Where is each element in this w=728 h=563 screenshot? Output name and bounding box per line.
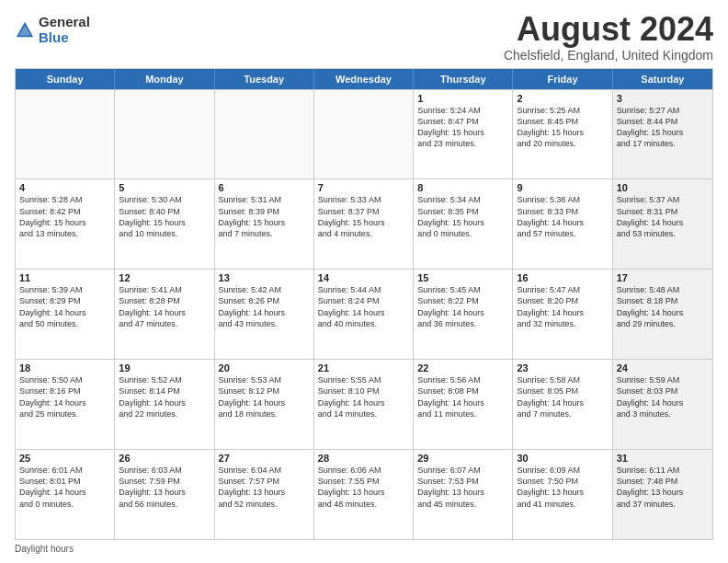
logo-blue: Blue (39, 30, 90, 46)
table-row: 29Sunrise: 6:07 AM Sunset: 7:53 PM Dayli… (414, 450, 513, 539)
day-number: 23 (517, 362, 608, 373)
day-number: 12 (119, 272, 210, 283)
day-number: 27 (219, 453, 310, 464)
day-number: 19 (119, 362, 210, 373)
cell-info: Sunrise: 5:27 AM Sunset: 8:44 PM Dayligh… (617, 106, 684, 148)
day-header-saturday: Saturday (613, 69, 712, 89)
day-number: 24 (617, 362, 709, 373)
cell-info: Sunrise: 5:36 AM Sunset: 8:33 PM Dayligh… (517, 195, 584, 237)
cell-info: Sunrise: 5:55 AM Sunset: 8:10 PM Dayligh… (318, 375, 385, 418)
cell-info: Sunrise: 5:33 AM Sunset: 8:37 PM Dayligh… (318, 195, 385, 237)
month-title: August 2024 (504, 11, 713, 48)
day-number: 10 (617, 182, 709, 193)
table-row: 1Sunrise: 5:24 AM Sunset: 8:47 PM Daylig… (414, 90, 513, 179)
calendar: SundayMondayTuesdayWednesdayThursdayFrid… (15, 68, 713, 540)
cell-info: Sunrise: 5:44 AM Sunset: 8:24 PM Dayligh… (318, 285, 385, 327)
table-row: 22Sunrise: 5:56 AM Sunset: 8:08 PM Dayli… (414, 360, 513, 449)
logo: General Blue (15, 15, 90, 45)
day-number: 4 (19, 182, 110, 193)
cell-info: Sunrise: 6:06 AM Sunset: 7:55 PM Dayligh… (318, 465, 385, 508)
day-number: 22 (417, 362, 508, 373)
cell-info: Sunrise: 6:07 AM Sunset: 7:53 PM Dayligh… (417, 465, 484, 508)
table-row (115, 90, 214, 179)
day-number: 5 (119, 182, 210, 193)
cell-info: Sunrise: 5:28 AM Sunset: 8:42 PM Dayligh… (19, 195, 86, 237)
cell-info: Sunrise: 6:01 AM Sunset: 8:01 PM Dayligh… (19, 465, 86, 508)
day-header-wednesday: Wednesday (314, 69, 414, 89)
table-row: 14Sunrise: 5:44 AM Sunset: 8:24 PM Dayli… (314, 270, 414, 359)
table-row: 23Sunrise: 5:58 AM Sunset: 8:05 PM Dayli… (513, 360, 612, 449)
cell-info: Sunrise: 5:24 AM Sunset: 8:47 PM Dayligh… (417, 106, 484, 148)
cell-info: Sunrise: 5:34 AM Sunset: 8:35 PM Dayligh… (417, 195, 484, 237)
calendar-week-2: 4Sunrise: 5:28 AM Sunset: 8:42 PM Daylig… (16, 178, 712, 269)
day-number: 16 (517, 272, 608, 283)
cell-info: Sunrise: 6:04 AM Sunset: 7:57 PM Dayligh… (219, 465, 286, 508)
table-row: 2Sunrise: 5:25 AM Sunset: 8:45 PM Daylig… (513, 90, 612, 179)
table-row: 31Sunrise: 6:11 AM Sunset: 7:48 PM Dayli… (613, 450, 712, 539)
day-header-sunday: Sunday (16, 69, 115, 89)
day-header-friday: Friday (513, 69, 612, 89)
day-number: 11 (19, 272, 110, 283)
day-number: 29 (417, 453, 508, 464)
logo-icon (15, 20, 35, 40)
cell-info: Sunrise: 5:37 AM Sunset: 8:31 PM Dayligh… (617, 195, 684, 237)
table-row: 18Sunrise: 5:50 AM Sunset: 8:16 PM Dayli… (16, 360, 115, 449)
table-row: 21Sunrise: 5:55 AM Sunset: 8:10 PM Dayli… (314, 360, 414, 449)
day-number: 31 (617, 453, 709, 464)
cell-info: Sunrise: 5:58 AM Sunset: 8:05 PM Dayligh… (517, 375, 584, 418)
calendar-week-1: 1Sunrise: 5:24 AM Sunset: 8:47 PM Daylig… (16, 89, 712, 179)
day-number: 30 (517, 453, 608, 464)
day-number: 6 (219, 182, 310, 193)
day-number: 8 (417, 182, 508, 193)
calendar-week-5: 25Sunrise: 6:01 AM Sunset: 8:01 PM Dayli… (16, 449, 712, 539)
cell-info: Sunrise: 5:52 AM Sunset: 8:14 PM Dayligh… (119, 375, 186, 418)
day-number: 13 (219, 272, 310, 283)
day-number: 7 (318, 182, 409, 193)
table-row: 5Sunrise: 5:30 AM Sunset: 8:40 PM Daylig… (115, 179, 214, 269)
table-row: 28Sunrise: 6:06 AM Sunset: 7:55 PM Dayli… (314, 450, 414, 539)
table-row: 26Sunrise: 6:03 AM Sunset: 7:59 PM Dayli… (115, 450, 214, 539)
day-number: 17 (617, 272, 709, 283)
table-row: 25Sunrise: 6:01 AM Sunset: 8:01 PM Dayli… (16, 450, 115, 539)
header: General Blue August 2024 Chelsfield, Eng… (15, 11, 713, 63)
footer-note: Daylight hours (15, 544, 713, 554)
location: Chelsfield, England, United Kingdom (504, 48, 713, 63)
day-number: 21 (318, 362, 409, 373)
table-row: 8Sunrise: 5:34 AM Sunset: 8:35 PM Daylig… (414, 179, 513, 269)
table-row: 30Sunrise: 6:09 AM Sunset: 7:50 PM Dayli… (513, 450, 612, 539)
day-number: 3 (617, 93, 709, 104)
table-row: 11Sunrise: 5:39 AM Sunset: 8:29 PM Dayli… (16, 270, 115, 359)
calendar-week-3: 11Sunrise: 5:39 AM Sunset: 8:29 PM Dayli… (16, 269, 712, 359)
day-number: 15 (417, 272, 508, 283)
table-row: 9Sunrise: 5:36 AM Sunset: 8:33 PM Daylig… (513, 179, 612, 269)
day-number: 28 (318, 453, 409, 464)
table-row (215, 90, 314, 179)
day-header-tuesday: Tuesday (215, 69, 314, 89)
table-row (314, 90, 414, 179)
cell-info: Sunrise: 5:41 AM Sunset: 8:28 PM Dayligh… (119, 285, 186, 327)
table-row: 10Sunrise: 5:37 AM Sunset: 8:31 PM Dayli… (613, 179, 712, 269)
table-row: 6Sunrise: 5:31 AM Sunset: 8:39 PM Daylig… (215, 179, 314, 269)
logo-general: General (39, 15, 90, 30)
calendar-body: 1Sunrise: 5:24 AM Sunset: 8:47 PM Daylig… (16, 89, 712, 539)
cell-info: Sunrise: 5:31 AM Sunset: 8:39 PM Dayligh… (219, 195, 286, 237)
title-block: August 2024 Chelsfield, England, United … (504, 11, 713, 63)
cell-info: Sunrise: 6:09 AM Sunset: 7:50 PM Dayligh… (517, 465, 584, 508)
cell-info: Sunrise: 5:47 AM Sunset: 8:20 PM Dayligh… (517, 285, 584, 327)
cell-info: Sunrise: 5:30 AM Sunset: 8:40 PM Dayligh… (119, 195, 186, 237)
day-header-monday: Monday (115, 69, 214, 89)
day-number: 26 (119, 453, 210, 464)
cell-info: Sunrise: 5:53 AM Sunset: 8:12 PM Dayligh… (219, 375, 286, 418)
day-number: 9 (517, 182, 608, 193)
day-number: 20 (219, 362, 310, 373)
cell-info: Sunrise: 5:59 AM Sunset: 8:03 PM Dayligh… (617, 375, 684, 418)
table-row: 12Sunrise: 5:41 AM Sunset: 8:28 PM Dayli… (115, 270, 214, 359)
cell-info: Sunrise: 5:45 AM Sunset: 8:22 PM Dayligh… (417, 285, 484, 327)
calendar-header: SundayMondayTuesdayWednesdayThursdayFrid… (16, 69, 712, 89)
table-row: 20Sunrise: 5:53 AM Sunset: 8:12 PM Dayli… (215, 360, 314, 449)
table-row: 3Sunrise: 5:27 AM Sunset: 8:44 PM Daylig… (613, 90, 712, 179)
cell-info: Sunrise: 5:48 AM Sunset: 8:18 PM Dayligh… (617, 285, 684, 327)
page: General Blue August 2024 Chelsfield, Eng… (0, 0, 728, 563)
cell-info: Sunrise: 5:25 AM Sunset: 8:45 PM Dayligh… (517, 106, 584, 148)
table-row: 19Sunrise: 5:52 AM Sunset: 8:14 PM Dayli… (115, 360, 214, 449)
